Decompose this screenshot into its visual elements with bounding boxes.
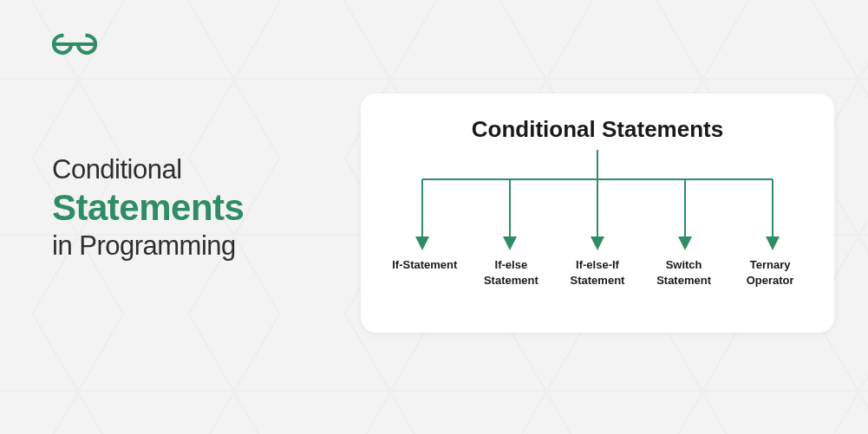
title-line-1: Conditional [52, 154, 330, 185]
tree-connector-icon [382, 150, 813, 254]
diagram-heading: Conditional Statements [361, 94, 834, 143]
branch-label: Statement [656, 274, 711, 287]
branch-label: If-else [495, 258, 528, 271]
branch-label: Switch [666, 258, 702, 271]
branch-label: If-else-If [576, 258, 619, 271]
branch-if-else: If-else Statement [468, 257, 555, 288]
title-line-3: in Programming [52, 230, 330, 262]
branch-if-statement: If-Statement [382, 257, 468, 288]
branch-label: Statement [484, 274, 538, 287]
branch-label: If-Statement [392, 258, 457, 271]
geeksforgeeks-logo-icon [52, 31, 97, 57]
branch-row: If-Statement If-else Statement If-else-I… [361, 257, 834, 288]
branch-ternary: Ternary Operator [727, 257, 813, 288]
branch-label: Statement [571, 274, 625, 287]
title-line-2: Statements [52, 187, 330, 229]
branch-switch: Switch Statement [641, 257, 728, 288]
branch-label: Operator [747, 274, 794, 287]
branch-if-else-if: If-else-If Statement [554, 257, 641, 288]
page-title: Conditional Statements in Programming [52, 154, 330, 262]
diagram-card: Conditional Statements If-Statement If-e… [361, 94, 834, 333]
branch-label: Ternary [750, 258, 791, 271]
